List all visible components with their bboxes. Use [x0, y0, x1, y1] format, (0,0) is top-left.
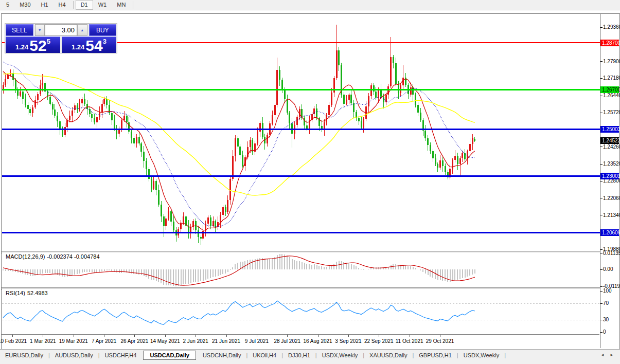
- timeframe-button-h1[interactable]: H1: [36, 0, 54, 10]
- rsi-axis-tick: 0: [603, 329, 606, 335]
- time-axis-label: 29 Oct 2021: [426, 338, 454, 344]
- rsi-axis-tick-mark: [600, 291, 603, 292]
- chart-tab-bar: EURUSD,Daily|AUDUSD,Daily|USDCHF,H4 USDC…: [0, 349, 620, 364]
- price-axis-tick: 1.22060: [603, 195, 620, 201]
- macd-axis-tick-mark: [600, 253, 603, 253]
- price-axis[interactable]: 1.293601.279001.271801.264401.257201.242…: [600, 14, 619, 348]
- timeframe-button-w1[interactable]: W1: [93, 0, 112, 10]
- price-axis-tick-mark: [600, 96, 603, 96]
- price-line-badge: 1.20609: [600, 229, 619, 236]
- time-axis-tick-mark: [287, 335, 288, 337]
- sell-button[interactable]: SELL: [6, 24, 33, 36]
- time-axis-label: 11 Oct 2021: [396, 338, 423, 344]
- time-axis-tick-mark: [440, 335, 440, 337]
- price-line-badge: 1.26700: [600, 86, 619, 93]
- price-axis-tick-mark: [600, 27, 603, 28]
- volume-increase-button[interactable]: ▲: [77, 24, 87, 36]
- tab-separator: |: [504, 352, 506, 358]
- time-axis-label: 21 Jun 2021: [212, 338, 240, 344]
- price-axis-tick: 1.29360: [603, 24, 620, 30]
- buy-button[interactable]: BUY: [89, 24, 117, 36]
- mt4-app: 5M30H1H4D1W1MN ▲USDCAD,Daily1.246021.246…: [0, 0, 620, 364]
- chart-tab-dj30-h1[interactable]: DJ30,H1: [283, 351, 315, 360]
- buy-price-sup: 3: [103, 38, 107, 45]
- volume-decrease-button[interactable]: ▼: [35, 24, 45, 36]
- timeframe-button-d1[interactable]: D1: [76, 0, 93, 10]
- toolbar-separator: [73, 1, 74, 9]
- chart-tab-usdx-weekly[interactable]: USDX,Weekly: [458, 351, 504, 360]
- price-axis-tick-mark: [600, 61, 603, 62]
- timeframe-button-h4[interactable]: H4: [54, 0, 71, 10]
- sell-price-big: 52: [29, 39, 46, 52]
- timeframe-toolbar: 5M30H1H4D1W1MN: [0, 0, 620, 10]
- volume-input[interactable]: [45, 24, 77, 36]
- price-line-badge: 1.28700: [600, 40, 619, 46]
- time-axis-tick-mark: [43, 335, 43, 337]
- sell-price-prefix: 1.24: [15, 43, 28, 51]
- macd-label: MACD(12,26,9)-0.002374 -0.004784: [6, 253, 102, 260]
- price-axis-tick-mark: [600, 147, 603, 147]
- time-axis-label: 28 Jul 2021: [274, 338, 300, 344]
- time-axis-label: 2 Jun 2021: [183, 338, 208, 344]
- price-axis-tick: 1.21340: [603, 212, 620, 218]
- price-axis-tick: 1.25720: [603, 110, 620, 115]
- buy-price-button[interactable]: 1.24 54 3: [62, 37, 116, 53]
- rsi-axis-tick: 100: [603, 288, 612, 294]
- timeframe-button-5[interactable]: 5: [1, 0, 14, 10]
- time-axis-label: 16 Aug 2021: [304, 338, 332, 344]
- price-axis-tick: 1.27900: [603, 59, 620, 64]
- chart-tab-gbpusd-h1[interactable]: GBPUSD,H1: [414, 351, 457, 360]
- time-axis-label: 26 Apr 2021: [120, 338, 148, 344]
- chart-tab-usdx-weekly[interactable]: USDX,Weekly: [317, 351, 363, 360]
- time-axis-tick-mark: [196, 335, 196, 337]
- macd-axis-tick-mark: [600, 286, 603, 287]
- macd-axis-tick: 0.00: [603, 266, 613, 272]
- timeframe-button-mn[interactable]: MN: [112, 0, 131, 10]
- price-axis-tick: 1.27180: [603, 75, 620, 81]
- time-axis-label: 10 Feb 2021: [0, 338, 27, 344]
- macd-axis-tick: 0.01135: [603, 250, 620, 256]
- time-axis-tick-mark: [379, 335, 379, 337]
- time-axis-tick-mark: [165, 335, 166, 337]
- price-axis-tick-mark: [600, 113, 603, 113]
- sell-price-sup: 5: [47, 38, 50, 45]
- timeframe-button-m30[interactable]: M30: [14, 0, 36, 10]
- chart-tab-eurusd-daily[interactable]: EURUSD,Daily: [0, 351, 48, 360]
- sell-price-button[interactable]: 1.24 52 5: [6, 37, 60, 53]
- one-click-trading-panel: SELL ▼ ▲ BUY 1.24 52 5 1.24 54: [5, 23, 117, 53]
- buy-price-prefix: 1.24: [72, 43, 84, 51]
- time-axis-tick-mark: [226, 335, 227, 337]
- rsi-panel[interactable]: [2, 289, 600, 334]
- price-axis-tick: 1.24260: [603, 144, 620, 150]
- chart-tab-usdcad-daily[interactable]: USDCAD,Daily: [143, 351, 196, 360]
- chart-tab-ukoil-h4[interactable]: UKOil,H4: [247, 351, 281, 360]
- time-axis-tick-mark: [104, 335, 104, 337]
- time-axis-label: 19 Mar 2021: [59, 338, 88, 344]
- rsi-axis-tick: 70: [603, 300, 609, 306]
- tab-scroll-arrows[interactable]: ◄ ►: [600, 353, 616, 357]
- price-line-badge: 1.24522: [600, 137, 619, 144]
- price-axis-tick-mark: [600, 78, 603, 79]
- time-axis-label: 3 Sep 2021: [335, 338, 361, 344]
- time-axis-label: 22 Sep 2021: [364, 338, 394, 344]
- rsi-axis-tick-mark: [600, 303, 603, 304]
- macd-axis-tick-mark: [600, 269, 603, 270]
- price-axis-tick-mark: [600, 198, 603, 198]
- rsi-axis-tick-mark: [600, 320, 603, 320]
- time-axis-tick-mark: [134, 335, 135, 337]
- time-axis-tick-mark: [410, 335, 410, 337]
- rsi-label: RSI(14)52.4983: [6, 290, 50, 296]
- time-axis-label: 9 Jul 2021: [245, 338, 269, 344]
- time-axis-label: 1 Mar 2021: [30, 338, 56, 344]
- chart-window: ▲USDCAD,Daily1.246021.246871.244811.2452…: [1, 13, 620, 350]
- price-line-badge: 1.23003: [600, 173, 619, 179]
- price-axis-tick-mark: [600, 249, 603, 250]
- buy-price-big: 54: [85, 39, 102, 52]
- chart-tab-usdcnh-daily[interactable]: USDCNH,Daily: [198, 351, 246, 360]
- price-axis-tick-mark: [600, 181, 603, 181]
- chart-tab-audusd-daily[interactable]: AUDUSD,Daily: [50, 351, 98, 360]
- chart-tab-usdchf-h4[interactable]: USDCHF,H4: [100, 351, 142, 360]
- chart-tab-xauusd-daily[interactable]: XAUUSD,Daily: [364, 351, 412, 360]
- time-axis[interactable]: 10 Feb 20211 Mar 202119 Mar 20217 Apr 20…: [2, 334, 599, 349]
- price-axis-tick-mark: [600, 164, 603, 165]
